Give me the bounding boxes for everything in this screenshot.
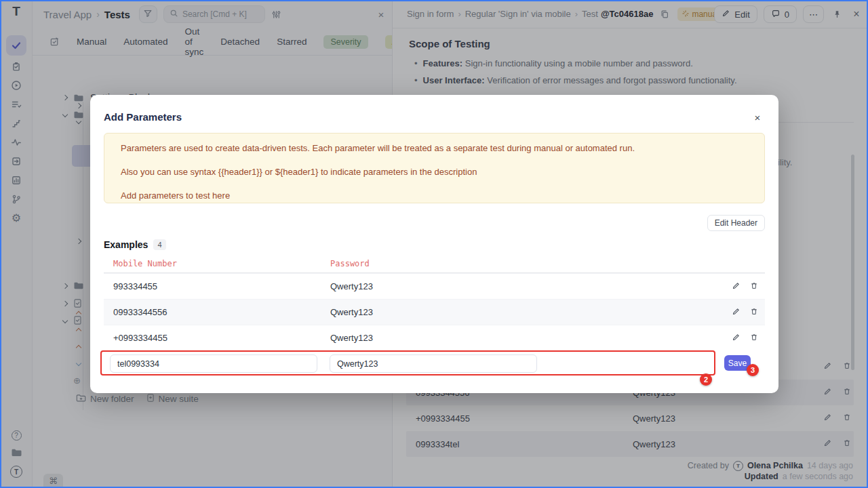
delete-row-icon[interactable] <box>750 281 758 292</box>
parameters-table: Mobile Number Password 993334455 Qwerty1… <box>104 255 765 376</box>
edit-header-button[interactable]: Edit Header <box>707 215 765 231</box>
edit-row-icon[interactable] <box>732 333 741 344</box>
info-line: Also you can use syntax {{header1}} or $… <box>121 167 748 177</box>
cell-mobile: 09933344556 <box>113 307 330 317</box>
password-input[interactable] <box>330 354 537 373</box>
examples-count-badge: 4 <box>153 239 165 250</box>
parameter-row: +0993334455 Qwerty123 <box>104 325 765 350</box>
cell-mobile: +0993334455 <box>113 333 330 343</box>
edit-row-icon[interactable] <box>732 281 741 292</box>
info-line: Parameters are used to create data-drive… <box>121 144 748 153</box>
add-parameters-modal: Add Parameters × Parameters are used to … <box>90 95 778 393</box>
modal-close-icon[interactable]: × <box>751 111 764 123</box>
mobile-number-input[interactable] <box>110 354 317 373</box>
parameter-edit-row: Save <box>104 350 765 376</box>
column-password: Password <box>330 259 717 268</box>
cell-password: Qwerty123 <box>330 333 717 343</box>
delete-row-icon[interactable] <box>750 333 758 344</box>
annotation-step-2: 2 <box>700 373 712 386</box>
parameters-table-header: Mobile Number Password <box>104 255 765 273</box>
edit-row-icon[interactable] <box>732 307 741 318</box>
delete-row-icon[interactable] <box>750 307 758 318</box>
parameters-info-box: Parameters are used to create data-drive… <box>104 133 765 203</box>
column-mobile-number: Mobile Number <box>113 259 330 268</box>
parameter-row: 09933344556 Qwerty123 <box>104 299 765 325</box>
info-line: Add parameters to test here <box>121 191 748 201</box>
annotation-step-3: 3 <box>747 364 759 376</box>
modal-title: Add Parameters <box>104 111 182 123</box>
cell-mobile: 993334455 <box>113 281 330 291</box>
cell-password: Qwerty123 <box>330 307 717 317</box>
examples-heading: Examples 4 <box>104 239 166 250</box>
cell-password: Qwerty123 <box>330 281 717 291</box>
app-screen: T ⚙ ? <box>0 0 868 488</box>
examples-title: Examples <box>104 239 148 250</box>
parameter-row: 993334455 Qwerty123 <box>104 273 765 299</box>
